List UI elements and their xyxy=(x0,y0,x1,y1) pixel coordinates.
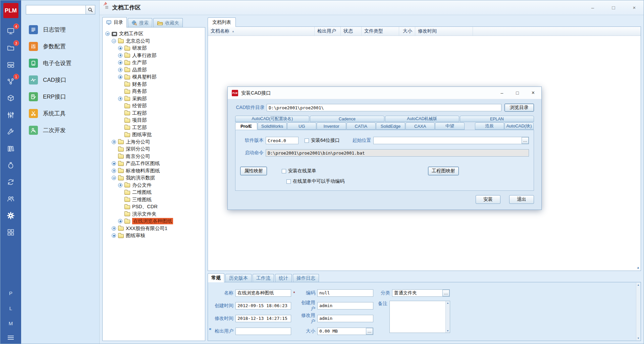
tree-expander-icon[interactable] xyxy=(118,183,122,187)
tree-node[interactable]: 二维图纸 xyxy=(103,189,204,196)
tree-node[interactable]: 商务部 xyxy=(103,88,204,95)
column-header[interactable]: 修改时间 ▲ xyxy=(415,27,473,36)
tree-node[interactable]: 工艺部 xyxy=(103,124,204,131)
tree-expander-icon[interactable] xyxy=(112,226,116,231)
tree-node[interactable]: 在线浏览各种图纸 xyxy=(103,218,204,225)
online-menu-checkbox[interactable] xyxy=(282,169,286,173)
column-header[interactable]: 大小 ▲ xyxy=(399,27,415,36)
browse-dir-button[interactable]: 浏览目录 xyxy=(504,104,534,112)
install-64bit-checkbox[interactable] xyxy=(305,138,309,143)
nav-item-param-config[interactable]: 参数配置 xyxy=(26,42,95,51)
nav-item-secondary-dev[interactable]: 二次开发 xyxy=(26,126,95,135)
tree-expander-icon[interactable] xyxy=(118,53,122,58)
column-header[interactable]: 状态 ▲ xyxy=(341,27,362,36)
exit-button[interactable]: 退出 xyxy=(509,195,534,204)
tree-expander-icon[interactable] xyxy=(112,140,116,144)
size-browse-button[interactable]: … xyxy=(366,328,373,335)
tree-node[interactable]: 三维图纸 xyxy=(103,196,204,204)
cad-tab[interactable]: 中望 xyxy=(435,122,464,130)
created-time-field[interactable] xyxy=(235,302,291,309)
maximize-button[interactable]: □ xyxy=(516,90,519,96)
tree-node[interactable]: 工程部 xyxy=(103,110,204,117)
nav-item-system-tools[interactable]: 系统工具 xyxy=(26,109,95,118)
cad-tab[interactable]: Inventor xyxy=(317,122,346,130)
rail-letter-l[interactable]: L xyxy=(9,305,12,311)
tree-expander-icon[interactable] xyxy=(112,233,116,238)
cad-tab[interactable]: SolidEdge xyxy=(376,122,405,130)
properties-tab[interactable]: 常规 xyxy=(208,273,224,282)
scroll-down-icon[interactable]: ▼ xyxy=(637,337,640,339)
install-button[interactable]: 安装 xyxy=(476,195,500,204)
tree-expander-icon[interactable] xyxy=(112,169,116,173)
tree-expander-icon[interactable] xyxy=(118,68,122,72)
tree-expander-icon[interactable] xyxy=(118,60,122,65)
column-header[interactable]: 文档名称 ▲ xyxy=(208,27,315,36)
tree-node[interactable]: 标准物料库图纸 xyxy=(103,167,204,175)
tab-search[interactable]: 搜索 xyxy=(128,18,152,27)
tree-expander-icon[interactable] xyxy=(112,161,116,166)
dashboard-icon[interactable] xyxy=(6,60,16,69)
maximize-button[interactable]: □ xyxy=(609,5,618,10)
tree-node[interactable]: 图纸审批 xyxy=(103,131,204,138)
tree-node[interactable]: 上海分公司 xyxy=(103,138,204,146)
code-field[interactable] xyxy=(317,289,373,297)
start-location-browse-button[interactable]: … xyxy=(522,137,529,144)
category-field[interactable] xyxy=(392,289,450,297)
tree-node[interactable]: 经管部 xyxy=(103,102,204,110)
tree-node[interactable]: 品质部 xyxy=(103,66,204,74)
modified-time-field[interactable] xyxy=(235,315,291,322)
sliders-icon[interactable] xyxy=(6,110,16,120)
tab-favorites[interactable]: 收藏夹 xyxy=(153,18,183,27)
properties-tab[interactable]: 工作流 xyxy=(253,274,274,282)
online-menu-label[interactable]: 安装在线菜单 xyxy=(288,168,316,174)
users-icon[interactable] xyxy=(6,194,16,204)
scroll-up-icon[interactable]: ▲ xyxy=(447,302,449,304)
close-button[interactable]: × xyxy=(630,5,639,10)
start-location-field[interactable] xyxy=(373,137,529,144)
name-field[interactable] xyxy=(235,289,291,297)
gear-icon[interactable] xyxy=(6,211,16,220)
rail-letter-p[interactable]: P xyxy=(9,290,12,296)
cad-tab[interactable]: AutoCAD(块) xyxy=(504,122,534,130)
search-input[interactable] xyxy=(26,5,86,14)
tree-node[interactable]: 图纸审核 xyxy=(103,232,204,239)
note-field[interactable] xyxy=(390,301,445,333)
library-icon[interactable] xyxy=(6,144,16,153)
search-button[interactable] xyxy=(86,5,95,14)
tree-node[interactable]: XXX股份有限公司1 xyxy=(103,225,204,232)
cad-tab[interactable]: SolidWorks xyxy=(258,122,287,130)
minimize-button[interactable]: – xyxy=(588,5,597,10)
start-command-field[interactable] xyxy=(266,149,529,157)
tree-node[interactable]: 项目部 xyxy=(103,117,204,124)
tree-node[interactable]: 演示文件夹 xyxy=(103,211,204,218)
tree-node[interactable]: 生产部 xyxy=(103,59,204,66)
tree-expander-icon[interactable] xyxy=(105,32,110,36)
close-button[interactable]: × xyxy=(532,90,535,96)
tab-directory[interactable]: 目录 xyxy=(102,17,127,27)
properties-scrollbar[interactable]: ▲ ▼ xyxy=(636,283,640,340)
tree-node[interactable]: PSD、CDR xyxy=(103,203,204,211)
cad-tab[interactable]: EPLAN xyxy=(460,116,534,122)
scroll-up-icon[interactable]: ▲ xyxy=(637,266,640,269)
column-header[interactable]: 检出用户 ▲ xyxy=(315,27,341,36)
nav-item-cad-interface[interactable]: CAD接口 xyxy=(26,75,95,84)
cad-tab[interactable]: UG xyxy=(287,122,316,130)
tree-node[interactable]: 财务部 xyxy=(103,81,204,88)
rail-letter-m[interactable]: M xyxy=(9,321,13,326)
column-header[interactable]: 文件类型 ▲ xyxy=(362,27,399,36)
version-combo[interactable] xyxy=(266,137,299,144)
nav-item-log-manage[interactable]: 日志管理 xyxy=(26,25,95,34)
wrench-icon[interactable] xyxy=(6,127,16,136)
monitor-icon[interactable]: 4 xyxy=(6,26,16,36)
tree-expander-icon[interactable] xyxy=(118,219,122,223)
cad-tab[interactable]: Cadence xyxy=(310,116,384,122)
properties-tab[interactable]: 历史版本 xyxy=(225,274,252,282)
tree-node[interactable]: 文档工作区 xyxy=(103,30,204,38)
share-icon[interactable]: 1 xyxy=(6,76,16,86)
tab-document-list[interactable]: 文档列表 xyxy=(208,17,236,27)
folder-rail-icon[interactable]: 3 xyxy=(6,43,16,53)
manual-code-checkbox[interactable] xyxy=(286,179,291,184)
size-field[interactable] xyxy=(317,328,373,335)
scroll-up-icon[interactable]: ▲ xyxy=(637,284,640,286)
modified-user-field[interactable] xyxy=(317,315,373,322)
